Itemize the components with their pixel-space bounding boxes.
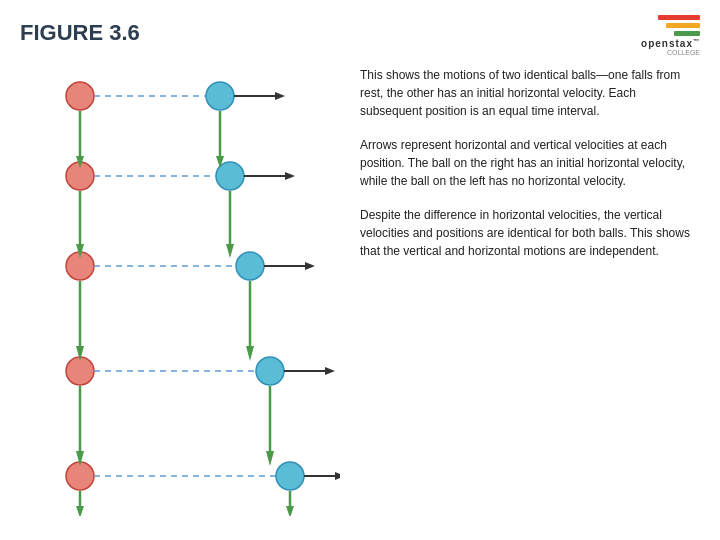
logo-name: openstax™	[641, 38, 700, 49]
ball-right-3	[236, 252, 264, 280]
diagram-svg	[20, 56, 340, 516]
h-arrowhead-1	[275, 92, 285, 100]
v-arrowhead-right-4	[266, 451, 274, 466]
h-arrowhead-5	[335, 472, 340, 480]
figure-title: FIGURE 3.6	[20, 20, 700, 46]
h-arrowhead-4	[325, 367, 335, 375]
logo-bar-3	[674, 31, 700, 36]
ball-right-4	[256, 357, 284, 385]
ball-left-1	[66, 82, 94, 110]
logo-bar-1	[658, 15, 700, 20]
description-2: Arrows represent horizontal and vertical…	[360, 136, 700, 190]
h-arrowhead-3	[305, 262, 315, 270]
ball-left-4	[66, 357, 94, 385]
ball-right-1	[206, 82, 234, 110]
content-area: This shows the motions of two identical …	[20, 56, 700, 516]
h-arrowhead-2	[285, 172, 295, 180]
diagram	[20, 56, 340, 516]
logo-sub: COLLEGE	[667, 49, 700, 56]
logo-bars	[658, 15, 700, 36]
page: FIGURE 3.6 openstax™ COLLEGE	[0, 0, 720, 540]
logo: openstax™ COLLEGE	[641, 15, 700, 56]
text-panel: This shows the motions of two identical …	[340, 56, 700, 516]
logo-bar-2	[666, 23, 700, 28]
v-arrowhead-right-2	[226, 244, 234, 258]
v-arrowhead-right-5	[286, 506, 294, 516]
ball-left-5	[66, 462, 94, 490]
v-arrowhead-left-5	[76, 506, 84, 516]
v-arrowhead-right-3	[246, 346, 254, 361]
ball-right-5	[276, 462, 304, 490]
description-1: This shows the motions of two identical …	[360, 66, 700, 120]
description-3: Despite the difference in horizontal vel…	[360, 206, 700, 260]
